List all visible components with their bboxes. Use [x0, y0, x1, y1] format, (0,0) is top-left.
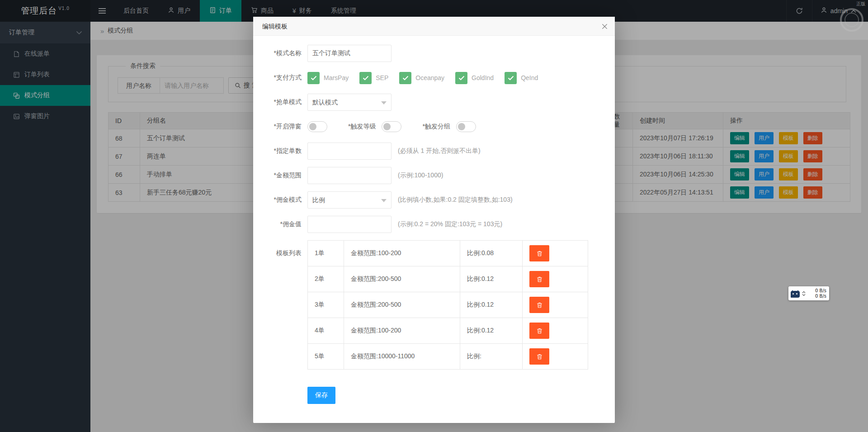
delete-template-button[interactable] [529, 348, 549, 365]
form-row-toggles: *开启弹窗 *触发等级 *触发分组 [253, 118, 615, 135]
template-order: 2单 [308, 266, 344, 292]
upload-speed: 0 B/s [815, 288, 826, 294]
commission-value-hint: (示例:0.2 = 20% 固定:103元 = 103元) [398, 220, 502, 228]
template-ratio: 比例: [460, 344, 523, 370]
modal-title: 编辑模板 [262, 23, 288, 30]
form-row-mode-name: *模式名称 [253, 45, 615, 62]
modal-body: *模式名称 *支付方式 MarsPay SEP Oceanpay GoldInd [253, 36, 615, 423]
popup-toggle[interactable] [307, 121, 327, 132]
template-list-label: 模板列表 [253, 240, 307, 257]
chevron-down-icon [381, 101, 387, 107]
trash-icon [536, 353, 543, 360]
checkbox-checked-icon [399, 72, 411, 84]
edit-template-modal: 编辑模板 *模式名称 *支付方式 MarsPay SEP Oceanpay [253, 17, 615, 423]
template-order: 5单 [308, 344, 344, 370]
form-row-payment: *支付方式 MarsPay SEP Oceanpay GoldInd QeInd [253, 69, 615, 86]
delete-template-button[interactable] [529, 297, 549, 313]
template-range: 金额范围:200-500 [344, 266, 460, 292]
commission-mode-label: *佣金模式 [253, 196, 307, 204]
download-speed: 0 B/s [815, 294, 826, 299]
payment-label: *支付方式 [253, 74, 307, 82]
commission-mode-select[interactable]: 比例 [307, 191, 392, 209]
template-ratio: 比例:0.12 [460, 266, 523, 292]
template-range: 金额范围:100-200 [344, 241, 460, 266]
checkbox-label: MarsPay [324, 74, 349, 81]
save-button[interactable]: 保存 [307, 387, 335, 404]
checkbox-checked-icon [307, 72, 320, 84]
mode-name-input[interactable] [307, 45, 392, 62]
delete-template-button[interactable] [529, 245, 549, 261]
amount-range-hint: (示例:100-1000) [398, 171, 443, 180]
trigger-level-toggle[interactable] [382, 121, 401, 132]
template-order: 3单 [308, 292, 344, 318]
template-actions [523, 318, 588, 344]
template-range: 金额范围:10000-11000 [344, 344, 460, 370]
form-row-commission-value: *佣金值 (示例:0.2 = 20% 固定:103元 = 103元) [253, 216, 615, 233]
genuine-watermark: 正版 [856, 1, 865, 7]
template-row: 1单 金额范围:100-200 比例:0.08 [308, 241, 588, 266]
trigger-group-label: *触发分组 [422, 123, 450, 131]
checkbox-checked-icon [455, 72, 467, 84]
badge-watermark-icon [840, 8, 863, 32]
mode-name-label: *模式名称 [253, 49, 307, 57]
template-order: 4单 [308, 318, 344, 344]
template-row: 2单 金额范围:200-500 比例:0.12 [308, 266, 588, 292]
form-row-order-count: *指定单数 (必须从 1 开始,否则派不出单) [253, 142, 615, 160]
form-row-commission-mode: *佣金模式 比例 (比例填小数,如果:0.2 固定填整数,如:103) [253, 191, 615, 209]
checkbox-label: Oceanpay [415, 74, 444, 81]
template-row: 3单 金额范围:200-500 比例:0.12 [308, 292, 588, 318]
checkbox-checked-icon [505, 72, 517, 84]
popup-toggle-label: *开启弹窗 [253, 123, 307, 131]
form-row-grab-mode: *抢单模式 默认模式 [253, 94, 615, 111]
template-list-table: 1单 金额范围:100-200 比例:0.08 2单 金额范围:200-500 … [307, 240, 588, 370]
updown-arrows-icon [802, 291, 806, 296]
form-row-amount-range: *金额范围 (示例:100-1000) [253, 167, 615, 184]
amount-range-input[interactable] [307, 167, 392, 184]
checkbox-checked-icon [359, 72, 372, 84]
checkbox-label: QeInd [521, 74, 538, 81]
payment-checkbox-oceanpay[interactable]: Oceanpay [399, 72, 444, 84]
template-actions [523, 241, 588, 266]
delete-template-button[interactable] [529, 271, 549, 287]
payment-checkbox-qeind[interactable]: QeInd [505, 72, 538, 84]
grab-mode-select[interactable]: 默认模式 [307, 94, 392, 111]
trash-icon [536, 328, 543, 334]
template-row: 4单 金额范围:100-200 比例:0.12 [308, 318, 588, 344]
template-order: 1单 [308, 241, 344, 266]
payment-checkbox-goldind[interactable]: GoldInd [455, 72, 494, 84]
chevron-down-icon [381, 199, 387, 205]
commission-value-input[interactable] [307, 216, 392, 233]
delete-template-button[interactable] [529, 323, 549, 339]
template-ratio: 比例:0.08 [460, 241, 523, 266]
template-ratio: 比例:0.12 [460, 318, 523, 344]
trigger-level-label: *触发等级 [348, 123, 376, 131]
template-row: 5单 金额范围:10000-11000 比例: [308, 344, 588, 370]
amount-range-label: *金额范围 [253, 171, 307, 180]
network-monitor-widget[interactable]: 0 B/s 0 B/s [788, 286, 829, 300]
trash-icon [536, 250, 543, 257]
commission-mode-hint: (比例填小数,如果:0.2 固定填整数,如:103) [398, 196, 513, 204]
select-value: 比例 [312, 196, 325, 204]
template-actions [523, 266, 588, 292]
checkbox-label: SEP [376, 74, 388, 81]
cat-icon [791, 291, 800, 298]
modal-header: 编辑模板 [253, 17, 615, 36]
grab-mode-label: *抢单模式 [253, 98, 307, 106]
template-range: 金额范围:100-200 [344, 318, 460, 344]
template-actions [523, 344, 588, 370]
order-count-input[interactable] [307, 142, 392, 160]
payment-checkbox-marspay[interactable]: MarsPay [307, 72, 349, 84]
order-count-hint: (必须从 1 开始,否则派不出单) [398, 147, 481, 155]
template-ratio: 比例:0.12 [460, 292, 523, 318]
template-range: 金额范围:200-500 [344, 292, 460, 318]
trash-icon [536, 276, 543, 283]
select-value: 默认模式 [312, 99, 338, 106]
commission-value-label: *佣金值 [253, 220, 307, 228]
template-actions [523, 292, 588, 318]
checkbox-label: GoldInd [472, 74, 494, 81]
trigger-group-toggle[interactable] [456, 121, 476, 132]
payment-checkbox-sep[interactable]: SEP [359, 72, 388, 84]
order-count-label: *指定单数 [253, 147, 307, 155]
close-icon[interactable] [600, 22, 609, 30]
form-row-template-list: 模板列表 1单 金额范围:100-200 比例:0.08 2单 金额范围:200… [253, 240, 615, 370]
